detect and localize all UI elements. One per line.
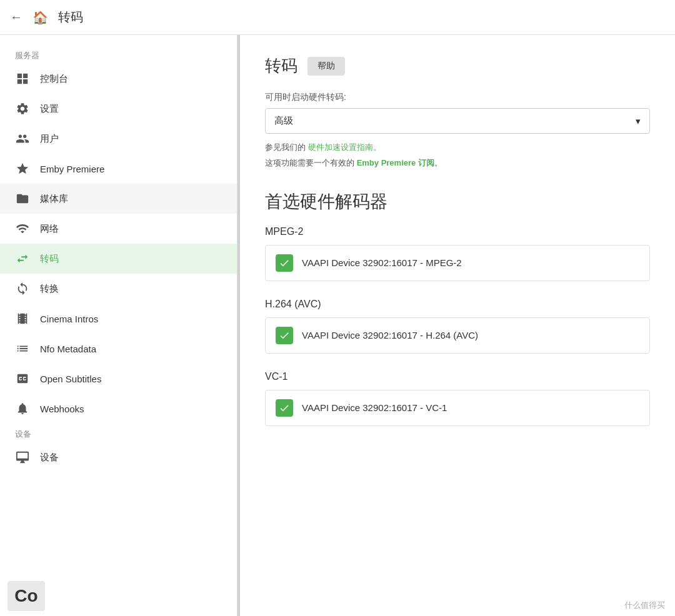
svg-rect-3 <box>23 79 28 84</box>
sidebar-item-network[interactable]: 网络 <box>0 214 237 244</box>
sidebar-label-convert: 转换 <box>40 283 59 295</box>
help-button[interactable]: 帮助 <box>308 57 345 76</box>
sidebar-item-webhooks[interactable]: Webhooks <box>0 394 237 424</box>
codec-section-h264: H.264 (AVC) VAAPI Device 32902:16017 - H… <box>265 299 650 354</box>
content-title: 转码 <box>265 55 298 77</box>
sidebar-item-cinema-intros[interactable]: Cinema Intros <box>0 304 237 334</box>
sidebar-label-emby-premiere: Emby Premiere <box>40 164 104 174</box>
users-icon <box>15 131 30 146</box>
codec-label-vc1: VC-1 <box>265 371 650 382</box>
sidebar-item-convert[interactable]: 转换 <box>0 274 237 304</box>
sidebar-item-settings[interactable]: 设置 <box>0 94 237 124</box>
back-button[interactable]: ← <box>10 10 22 24</box>
sidebar-label-devices: 设备 <box>40 452 59 464</box>
monitor-icon <box>15 450 30 465</box>
codec-section-mpeg2: MPEG-2 VAAPI Device 32902:16017 - MPEG-2 <box>265 226 650 281</box>
svg-rect-2 <box>18 79 22 84</box>
devices-section-label: 设备 <box>0 424 237 442</box>
codec-item-label-h264: VAAPI Device 32902:16017 - H.264 (AVC) <box>302 330 478 340</box>
watermark-site: 什么值得买 <box>624 600 665 611</box>
sidebar-label-media-library: 媒体库 <box>40 193 68 205</box>
sidebar-label-open-subtitles: Open Subtitles <box>40 374 101 384</box>
transcode-icon <box>15 251 30 266</box>
codec-item-vaapi-vc1: VAAPI Device 32902:16017 - VC-1 <box>265 390 650 426</box>
codec-item-label-vc1: VAAPI Device 32902:16017 - VC-1 <box>302 402 447 413</box>
star-icon <box>15 161 30 176</box>
gear-icon <box>15 101 30 116</box>
cc-icon <box>15 371 30 386</box>
codec-item-vaapi-h264: VAAPI Device 32902:16017 - H.264 (AVC) <box>265 317 650 354</box>
codec-item-vaapi-mpeg2: VAAPI Device 32902:16017 - MPEG-2 <box>265 245 650 281</box>
sidebar-item-emby-premiere[interactable]: Emby Premiere <box>0 154 237 184</box>
hw-decoder-section-title: 首选硬件解码器 <box>265 190 650 214</box>
list-icon <box>15 341 30 356</box>
codec-section-vc1: VC-1 VAAPI Device 32902:16017 - VC-1 <box>265 371 650 426</box>
hw-transcode-select[interactable]: 高级 ▾ <box>265 108 650 134</box>
wifi-icon <box>15 221 30 236</box>
hw-description-1: 参见我们的 硬件加速设置指南。 <box>265 141 650 154</box>
convert-icon <box>15 281 30 296</box>
hw-description-2: 这项功能需要一个有效的 Emby Premiere 订阅。 <box>265 157 650 170</box>
hw-transcode-label: 可用时启动硬件转码: <box>265 92 650 103</box>
sidebar-label-webhooks: Webhooks <box>40 404 84 414</box>
checkbox-h264[interactable] <box>276 327 293 344</box>
svg-rect-0 <box>18 74 22 78</box>
sidebar-label-nfo-metadata: Nfo Metadata <box>40 344 96 354</box>
sidebar-item-dashboard[interactable]: 控制台 <box>0 64 237 94</box>
sidebar-label-dashboard: 控制台 <box>40 73 68 85</box>
chevron-down-icon: ▾ <box>636 116 641 127</box>
watermark-co: Co <box>8 581 45 611</box>
svg-rect-1 <box>23 74 28 78</box>
codec-label-mpeg2: MPEG-2 <box>265 226 650 237</box>
sidebar-item-media-library[interactable]: 媒体库 <box>0 184 237 214</box>
content-header: 转码 帮助 <box>265 55 650 77</box>
sidebar: 服务器 控制台 设置 用户 Emby Premie <box>0 35 238 616</box>
dashboard-icon <box>15 71 30 86</box>
codec-item-label-mpeg2: VAAPI Device 32902:16017 - MPEG-2 <box>302 257 462 268</box>
checkbox-vc1[interactable] <box>276 399 293 417</box>
topbar: ← 🏠 转码 <box>0 0 675 35</box>
sidebar-item-nfo-metadata[interactable]: Nfo Metadata <box>0 334 237 364</box>
main-layout: 服务器 控制台 设置 用户 Emby Premie <box>0 35 675 616</box>
sidebar-item-transcode[interactable]: 转码 <box>0 244 237 274</box>
home-button[interactable]: 🏠 <box>32 10 48 25</box>
content-area: 转码 帮助 可用时启动硬件转码: 高级 ▾ 参见我们的 硬件加速设置指南。 这项… <box>240 35 675 616</box>
sidebar-item-devices[interactable]: 设备 <box>0 442 237 472</box>
server-section-label: 服务器 <box>0 45 237 64</box>
checkbox-mpeg2[interactable] <box>276 254 293 272</box>
sidebar-label-cinema-intros: Cinema Intros <box>40 314 98 324</box>
hw-transcode-value: 高级 <box>274 115 293 127</box>
hw-guide-link[interactable]: 硬件加速设置指南。 <box>308 142 381 152</box>
folder-icon <box>15 191 30 206</box>
codec-label-h264: H.264 (AVC) <box>265 299 650 310</box>
film-icon <box>15 311 30 326</box>
topbar-title: 转码 <box>58 9 83 26</box>
sidebar-label-settings: 设置 <box>40 103 59 115</box>
sidebar-label-transcode: 转码 <box>40 253 59 265</box>
sidebar-label-users: 用户 <box>40 133 59 145</box>
sidebar-item-open-subtitles[interactable]: Open Subtitles <box>0 364 237 394</box>
bell-icon <box>15 401 30 416</box>
sidebar-label-network: 网络 <box>40 223 59 235</box>
premiere-link[interactable]: Emby Premiere 订阅 <box>357 158 434 167</box>
sidebar-item-users[interactable]: 用户 <box>0 124 237 154</box>
